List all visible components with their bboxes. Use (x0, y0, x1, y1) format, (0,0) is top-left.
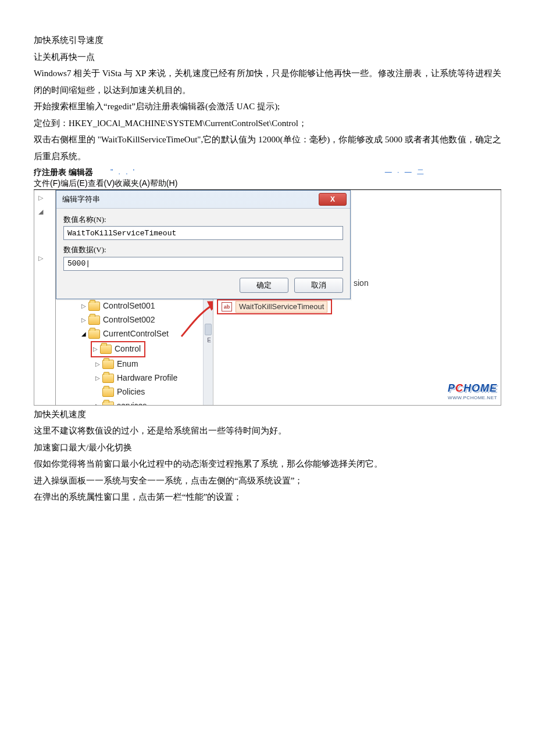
ok-button[interactable]: 确定 (240, 278, 288, 293)
after-para-1: 这里不建议将数值设的过小，还是给系统留出一些等待时间为好。 (34, 422, 501, 439)
tree-node-cs002[interactable]: ControlSet002 (103, 314, 155, 325)
close-button[interactable]: X (319, 193, 347, 206)
collapsed-tree-strip: ▷ ◢ ▷ (34, 190, 56, 406)
folder-icon (88, 329, 100, 339)
expand-icon[interactable]: ▷ (80, 316, 87, 324)
registry-tree[interactable]: ◢ SYSTEM ▷ ControlSet001 ▷ Contro (56, 283, 213, 405)
para-step2: 定位到：HKEY_lOCAl_MACHINE\SYSTEM\CurrentCon… (34, 115, 501, 132)
value-data-input[interactable] (63, 257, 343, 271)
value-name-waittokill: WaitToKillServiceTimeout (236, 301, 327, 313)
watermark-rest: HOME (463, 382, 497, 394)
after-para-2: 假如你觉得将当前窗口最小化过程中的动态渐变过程拖累了系统，那么你能够选择关闭它。 (34, 456, 501, 472)
value-name-input[interactable] (63, 226, 343, 240)
para-intro: Windows7 相关于 ViSta 与 XP 来说，关机速度已经有所加快，只是… (34, 65, 501, 98)
tree-node-hwprof[interactable]: Hardware Profile (117, 372, 177, 384)
expand-icon[interactable]: ◢ (80, 330, 87, 338)
list-item-highlighted[interactable]: ab WaitToKillServiceTimeout (217, 299, 332, 314)
scroll-thumb[interactable] (205, 324, 212, 335)
value-name-label: 数值名称(N): (63, 214, 343, 225)
tree-node-services[interactable]: services (117, 400, 147, 404)
value-data-label: 数值数据(V): (63, 245, 343, 255)
expand-icon[interactable]: ▷ (94, 374, 101, 382)
tree-node-ccs[interactable]: CurrentControlSet (103, 328, 169, 339)
folder-icon (100, 345, 112, 354)
registry-content: sion 编辑字符串 X 数值名称(N): 数值数据(V): (56, 190, 501, 406)
tree-node-control[interactable]: Control (115, 343, 141, 354)
after-heading-2: 加速窗口最大/最小化切换 (34, 439, 501, 456)
regedit-title: 疗注册表 编辑器 (34, 167, 93, 178)
heading-1: 加快系统引导速度 (34, 32, 501, 49)
para-step3: 双击右侧框里的 "WaitToKillServiceTimeOut",它的默认值… (34, 131, 501, 164)
folder-icon (102, 402, 114, 405)
edit-string-dialog: 编辑字符串 X 数值名称(N): 数值数据(V): 确定 取消 (56, 190, 351, 299)
cancel-button[interactable]: 取消 (294, 278, 343, 293)
folder-icon (88, 316, 100, 325)
expand-icon[interactable]: ▷ (92, 345, 99, 353)
folder-icon (102, 388, 114, 397)
heading-2: 让关机再快一点 (34, 49, 501, 66)
registry-values-list[interactable]: ab SystemStartOptions ab WaitToKillServi… (213, 283, 501, 405)
folder-icon (102, 374, 114, 383)
watermark-c: C (455, 382, 463, 394)
tree-scrollbar[interactable]: E (203, 283, 213, 405)
after-para-3: 进入操纵面板一一系统与安全一一系统，点击左侧的“高级系统设置”； (34, 472, 501, 489)
truncated-text-sion: sion (354, 278, 369, 289)
tree-node-cs001[interactable]: ControlSet001 (103, 300, 155, 311)
scroll-mark: E (207, 336, 211, 345)
tree-node-enum[interactable]: Enum (117, 359, 138, 370)
dialog-title: 编辑字符串 (62, 194, 100, 205)
watermark-url: WWW.PCHOME.NET (448, 395, 497, 402)
menu-bar[interactable]: 文件(F)编后(E)查看(V)收藏夹(A)帮助(H) (34, 178, 501, 190)
registry-editor-window: 疗注册表 编辑器 " . . ' — · — 二 文件(F)编后(E)查看(V)… (34, 167, 501, 405)
close-icon: X (330, 195, 335, 204)
expand-icon[interactable]: ▷ (80, 302, 87, 310)
expand-icon[interactable]: ▷ (94, 402, 101, 405)
para-step1: 开始搜索框里输入“regedit”启动注册表编辑器(会激活 UAC 提示); (34, 98, 501, 115)
folder-icon (88, 302, 100, 311)
folder-icon (102, 360, 114, 369)
title-decoration: " . . ' (110, 167, 136, 177)
string-value-icon: ab (222, 302, 232, 311)
after-heading-1: 加快关机速度 (34, 406, 501, 423)
tree-node-policies[interactable]: Policies (117, 386, 145, 397)
title-decoration-right: — · — 二 (385, 167, 501, 177)
watermark-p: P (448, 382, 455, 394)
expand-icon[interactable]: ▷ (94, 360, 101, 368)
watermark: PCHOME WWW.PCHOME.NET (448, 381, 497, 402)
after-para-4: 在弹出的系统属性窗口里，点击第一栏“性能”的设置； (34, 489, 501, 506)
